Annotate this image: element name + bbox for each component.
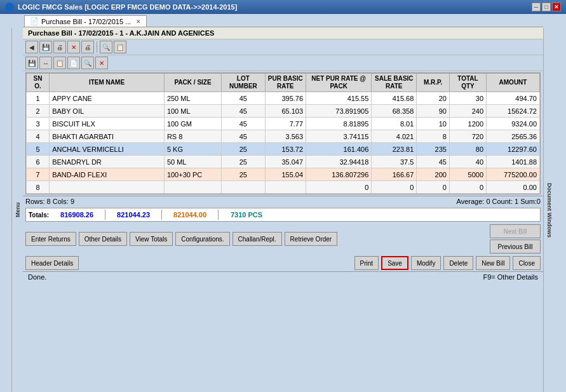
previous-bill-button[interactable]: Previous Bill	[490, 240, 541, 253]
save-toolbar-button[interactable]: 💾	[39, 41, 52, 53]
close-button[interactable]: ✕	[552, 3, 561, 11]
tab-bar: 📄 Purchase Bill - 17/02/2015 ... ✕	[23, 14, 543, 27]
doc-windows-label: Document Windows	[543, 28, 555, 392]
table-cell: 415.55	[306, 92, 372, 105]
print-button[interactable]: Print	[354, 256, 379, 270]
table-row[interactable]: 2BABY OIL100 ML4565.10373.89190568.35890…	[27, 105, 540, 118]
table-cell	[164, 181, 221, 194]
table-cell: 10	[417, 118, 450, 130]
delete-toolbar-button[interactable]: ✕	[67, 41, 80, 53]
table-row[interactable]: 800000.00	[27, 181, 540, 194]
table-cell: 494.70	[487, 92, 540, 105]
rows-cols-info: Rows: 8 Cols: 9	[25, 198, 74, 205]
table-cell: 7	[27, 168, 50, 181]
table-row[interactable]: 6BENADRYL DR50 ML2535.04732.9441837.5454…	[27, 156, 540, 168]
table-cell: ANCHAL VERMICELLI	[50, 143, 165, 156]
table-cell: 40	[449, 156, 486, 168]
modify-button[interactable]: Modify	[411, 256, 441, 270]
sep2	[161, 210, 162, 220]
tab-icon: 📄	[30, 17, 39, 25]
th-pbr: PUR BASIC RATE	[265, 74, 306, 92]
header-details-button[interactable]: Header Details	[25, 256, 79, 270]
table-cell: 153.72	[265, 143, 306, 156]
view-totals-button[interactable]: View Totals	[130, 232, 173, 246]
table-cell: 166.67	[372, 168, 417, 181]
zoom-toolbar-button[interactable]: 🔍	[100, 41, 112, 53]
purchase-bill-tab[interactable]: 📄 Purchase Bill - 17/02/2015 ... ✕	[24, 15, 147, 27]
table-cell: 100 GM	[164, 118, 221, 130]
app-title: LOGIC FMCG Sales [LOGIC ERP FMCG DEMO DA…	[18, 3, 237, 11]
copy2-toolbar-button[interactable]: 📋	[53, 57, 66, 69]
th-amt: AMOUNT	[487, 74, 540, 92]
table-cell: APPY CANE	[50, 92, 165, 105]
table-cell: 8.81895	[306, 118, 372, 130]
table-cell: 25	[222, 168, 265, 181]
total-val2: 821044.23	[108, 211, 159, 219]
minimize-button[interactable]: ─	[532, 3, 541, 11]
enter-returns-button[interactable]: Enter Returns	[25, 232, 76, 246]
sep1	[105, 210, 105, 220]
print-toolbar-button[interactable]: 🖨	[53, 41, 66, 53]
th-pack: PACK / SIZE	[164, 74, 221, 92]
table-cell: 240	[449, 105, 486, 118]
table-row[interactable]: 4BHAKTI AGARBATIRS 8453.5633.741154.0218…	[27, 130, 540, 143]
doc-toolbar-button[interactable]: 📄	[67, 57, 80, 69]
new-bill-button[interactable]: New Bill	[476, 256, 510, 270]
table-cell: 0	[306, 181, 372, 194]
table-cell: 30	[449, 92, 486, 105]
data-table-container: SN O. ITEM NAME PACK / SIZE LOT NUMBER P…	[25, 72, 541, 194]
close-bill-button[interactable]: Close	[513, 256, 541, 270]
save-button[interactable]: Save	[381, 256, 408, 270]
table-cell: 45	[417, 156, 450, 168]
table-cell: 136.807296	[306, 168, 372, 181]
table-cell: 20	[417, 92, 450, 105]
table-cell	[265, 181, 306, 194]
table-cell: 5	[27, 143, 50, 156]
purchase-table: SN O. ITEM NAME PACK / SIZE LOT NUMBER P…	[26, 73, 540, 194]
window-controls: ─ □ ✕	[532, 3, 561, 11]
tab-close-icon[interactable]: ✕	[136, 18, 141, 25]
challan-repl-button[interactable]: Challan/Repl.	[232, 232, 282, 246]
back-button[interactable]: ◀	[25, 41, 38, 53]
table-row[interactable]: 7BAND-AID FLEXI100+30 PC25155.04136.8072…	[27, 168, 540, 181]
save2-toolbar-button[interactable]: 💾	[25, 57, 38, 69]
table-cell: 3	[27, 118, 50, 130]
total-val3: 821044.00	[165, 211, 215, 219]
table-row[interactable]: 3BISCUIT HLX100 GM457.778.818958.0110120…	[27, 118, 540, 130]
copy-toolbar-button[interactable]: 📋	[114, 41, 126, 53]
status-bar: Done. F9= Other Details	[23, 271, 543, 282]
expand-toolbar-button[interactable]: ↔	[39, 57, 52, 69]
table-cell: 8	[27, 181, 50, 194]
table-cell: 415.68	[372, 92, 417, 105]
maximize-button[interactable]: □	[542, 3, 551, 11]
retrieve-order-button[interactable]: Retrieve Order	[285, 232, 338, 246]
table-row[interactable]: 1APPY CANE250 ML45395.76415.55415.682030…	[27, 92, 540, 105]
table-cell: 155.04	[265, 168, 306, 181]
table-cell: 223.81	[372, 143, 417, 156]
table-cell: 2565.36	[487, 130, 540, 143]
table-cell: 8	[417, 130, 450, 143]
table-cell: 200	[417, 168, 450, 181]
table-cell: 50 ML	[164, 156, 221, 168]
status-text: Done.	[28, 273, 46, 281]
close-toolbar-button[interactable]: ✕	[95, 57, 108, 69]
configurations-button[interactable]: Configurations.	[175, 232, 229, 246]
next-bill-button[interactable]: Next Bill	[490, 224, 541, 238]
print2-toolbar-button[interactable]: 🖨	[81, 41, 94, 53]
other-details-button[interactable]: Other Details	[79, 232, 127, 246]
table-cell: 45	[222, 130, 265, 143]
table-cell: 73.891905	[306, 105, 372, 118]
table-cell: 0.00	[487, 181, 540, 194]
table-body: 1APPY CANE250 ML45395.76415.55415.682030…	[27, 92, 540, 194]
table-cell: BABY OIL	[50, 105, 165, 118]
table-cell: 35.047	[265, 156, 306, 168]
action-buttons-row2: Header Details Print Save Modify Delete …	[23, 255, 543, 271]
delete-button[interactable]: Delete	[443, 256, 473, 270]
table-cell: BHAKTI AGARBATI	[50, 130, 165, 143]
table-row[interactable]: 5ANCHAL VERMICELLI5 KG25153.72161.406223…	[27, 143, 540, 156]
table-cell: RS 8	[164, 130, 221, 143]
title-bar: LOGIC FMCG Sales [LOGIC ERP FMCG DEMO DA…	[0, 0, 566, 14]
search-toolbar-button[interactable]: 🔍	[81, 57, 94, 69]
table-cell: 775200.00	[487, 168, 540, 181]
th-sbr: SALE BASIC RATE	[372, 74, 417, 92]
